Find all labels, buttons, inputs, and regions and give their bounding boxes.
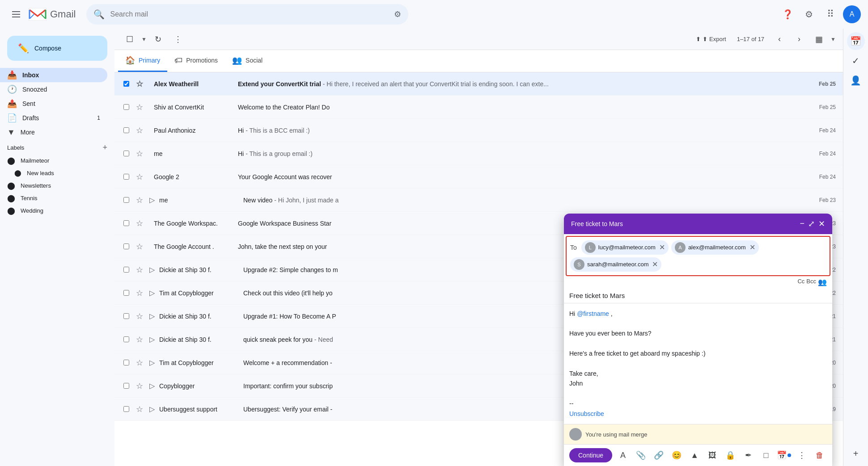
email-checkbox[interactable] [122, 406, 131, 412]
star-button[interactable]: ☆ [136, 102, 143, 112]
prev-page-button[interactable]: ‹ [771, 31, 788, 47]
star-button[interactable]: ☆ [136, 172, 143, 182]
next-page-button[interactable]: › [791, 31, 807, 47]
sidebar-item-snoozed[interactable]: 🕐 Snoozed [0, 82, 107, 97]
star-button[interactable]: ☆ [136, 242, 143, 252]
compose-templates-icon[interactable]: □ [759, 448, 773, 462]
email-checkbox[interactable] [122, 127, 131, 133]
recipient-chip-lucy[interactable]: L lucy@mailmeteor.com ✕ [581, 240, 669, 255]
email-select-checkbox[interactable] [123, 127, 129, 133]
star-button[interactable]: ☆ [136, 126, 143, 135]
email-select-checkbox[interactable] [123, 151, 129, 156]
star-button[interactable]: ☆ [136, 335, 143, 344]
table-row[interactable]: ☆ Shiv at ConvertKit Welcome to the Crea… [114, 96, 843, 119]
email-select-checkbox[interactable] [123, 197, 129, 203]
compose-drive-icon[interactable]: ▲ [687, 448, 702, 462]
table-row[interactable]: ☆ me Hi - This is a group email :) Feb 2… [114, 142, 843, 165]
right-panel-contacts-icon[interactable]: 👤 [847, 71, 865, 89]
email-select-checkbox[interactable] [123, 290, 129, 296]
email-checkbox[interactable] [122, 267, 131, 273]
compose-format-bold-icon[interactable]: A [616, 448, 630, 462]
star-button[interactable]: ☆ [136, 265, 143, 275]
email-checkbox[interactable] [122, 151, 131, 156]
compose-body[interactable]: Hi @firstname , Have you ever been to Ma… [564, 303, 832, 424]
select-all-button[interactable]: ☐ [122, 31, 138, 47]
menu-icon[interactable] [7, 5, 25, 23]
email-checkbox[interactable] [122, 81, 131, 87]
refresh-button[interactable]: ↻ [150, 31, 166, 47]
sidebar-item-inbox[interactable]: 📥 Inbox [0, 68, 107, 82]
compose-schedule-icon[interactable]: 📅 [777, 448, 791, 462]
tab-social[interactable]: 👥 Social [225, 50, 270, 72]
star-button[interactable]: ☆ [136, 288, 143, 298]
compose-signature-icon[interactable]: ✒ [741, 448, 755, 462]
view-toggle-button[interactable]: ▦ [811, 31, 827, 47]
email-select-checkbox[interactable] [123, 383, 129, 389]
label-wedding[interactable]: ⬤ Wedding [0, 204, 114, 217]
unsubscribe-link[interactable]: Unsubscribe [569, 410, 604, 417]
compose-emoji-icon[interactable]: 😊 [669, 448, 684, 462]
star-button[interactable]: ☆ [136, 404, 143, 414]
table-row[interactable]: ☆ Paul Anthonioz Hi - This is a BCC emai… [114, 119, 843, 142]
table-row[interactable]: ☆ Alex Weatherill Extend your ConvertKit… [114, 72, 843, 96]
label-new-leads[interactable]: ⬤ New leads [0, 167, 114, 179]
add-label-button[interactable]: + [102, 143, 107, 152]
email-select-checkbox[interactable] [123, 336, 129, 342]
email-checkbox[interactable] [122, 104, 131, 110]
compose-delete-icon[interactable]: 🗑 [813, 448, 827, 462]
export-button[interactable]: ⬆ ⬆ Export [692, 31, 729, 47]
right-panel-add-icon[interactable]: + [847, 445, 865, 462]
email-select-checkbox[interactable] [123, 243, 129, 249]
recipient-remove-lucy[interactable]: ✕ [659, 243, 665, 252]
help-button[interactable]: ❓ [779, 5, 796, 23]
select-dropdown[interactable]: ▼ [141, 36, 147, 42]
star-button[interactable]: ☆ [136, 218, 143, 228]
settings-button[interactable]: ⚙ [800, 5, 818, 23]
compose-link-icon[interactable]: 🔗 [652, 448, 666, 462]
cc-button[interactable]: Cc [797, 278, 804, 286]
view-dropdown[interactable]: ▼ [830, 36, 836, 42]
continue-button[interactable]: Continue [569, 448, 612, 462]
label-newsletters[interactable]: ⬤ Newsletters [0, 179, 114, 192]
user-avatar[interactable]: A [843, 5, 861, 23]
star-button[interactable]: ☆ [136, 195, 143, 205]
email-select-checkbox[interactable] [123, 104, 129, 110]
table-row[interactable]: ☆ ▷ me New video - Hi John, I just made … [114, 189, 843, 212]
more-options-button[interactable]: ⋮ [170, 31, 186, 47]
star-button[interactable]: ☆ [136, 311, 143, 321]
email-checkbox[interactable] [122, 243, 131, 249]
sidebar-item-more[interactable]: ▼ More [0, 125, 107, 139]
recipient-remove-alex[interactable]: ✕ [749, 243, 755, 252]
email-select-checkbox[interactable] [123, 220, 129, 226]
compose-close-button[interactable]: ✕ [818, 219, 825, 229]
star-button[interactable]: ☆ [136, 79, 143, 89]
label-mailmeteor[interactable]: ⬤ Mailmeteor [0, 154, 114, 167]
recipient-remove-sarah[interactable]: ✕ [652, 260, 658, 269]
filter-icon[interactable]: ⚙ [394, 9, 401, 19]
email-select-checkbox[interactable] [123, 360, 129, 365]
compose-subject-field[interactable]: Free ticket to Mars [564, 288, 832, 303]
search-input[interactable] [110, 10, 389, 18]
compose-photo-icon[interactable]: 🖼 [705, 448, 720, 462]
email-checkbox[interactable] [122, 174, 131, 180]
email-select-checkbox[interactable] [123, 81, 129, 87]
compose-attach-icon[interactable]: 📎 [634, 448, 648, 462]
email-checkbox[interactable] [122, 336, 131, 342]
star-button[interactable]: ☆ [136, 358, 143, 368]
email-select-checkbox[interactable] [123, 406, 129, 412]
sidebar-item-drafts[interactable]: 📄 Drafts 1 [0, 111, 107, 125]
email-select-checkbox[interactable] [123, 267, 129, 273]
tab-promotions[interactable]: 🏷 Promotions [167, 50, 225, 72]
compose-to-field[interactable]: To L lucy@mailmeteor.com ✕ A alex@mailme… [566, 236, 830, 276]
email-checkbox[interactable] [122, 313, 131, 319]
table-row[interactable]: ☆ Google 2 Your Google Account was recov… [114, 165, 843, 189]
star-button[interactable]: ☆ [136, 381, 143, 391]
bcc-button[interactable]: Bcc [806, 278, 816, 286]
compose-lock-icon[interactable]: 🔒 [723, 448, 737, 462]
email-select-checkbox[interactable] [123, 174, 129, 180]
email-checkbox[interactable] [122, 383, 131, 389]
email-checkbox[interactable] [122, 220, 131, 226]
tab-primary[interactable]: 🏠 Primary [118, 50, 167, 72]
label-tennis[interactable]: ⬤ Tennis [0, 192, 114, 204]
merge-tags-icon[interactable]: 👥 [818, 278, 827, 286]
